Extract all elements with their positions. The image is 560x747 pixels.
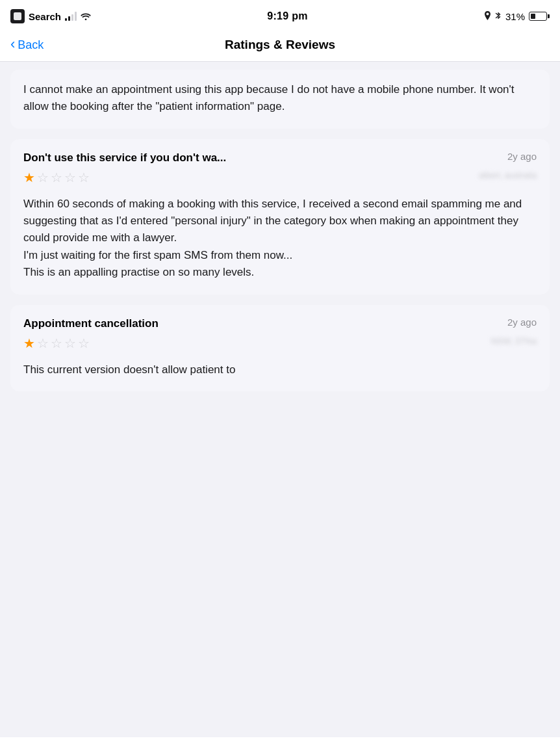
review-title-1: Don't use this service if you don't wa..… xyxy=(23,151,501,165)
review-body-partial: I cannot make an appointment using this … xyxy=(23,81,537,116)
stars-location-row-1: ★ ☆ ☆ ☆ ☆ albert, australia xyxy=(23,170,537,188)
review-card-1: Don't use this service if you don't wa..… xyxy=(10,139,550,295)
status-bar: Search 9:19 pm 31% xyxy=(0,0,560,31)
page-title: Ratings & Reviews xyxy=(225,38,335,52)
stars-location-row-2: ★ ☆ ☆ ☆ ☆ NSW, 37%a xyxy=(23,336,537,354)
back-button[interactable]: ‹ Back xyxy=(10,38,44,52)
svg-rect-0 xyxy=(14,12,21,20)
star-1-1: ★ xyxy=(23,171,35,184)
status-right: 31% xyxy=(484,11,547,22)
battery-indicator xyxy=(529,12,547,21)
bluetooth-icon xyxy=(495,11,502,22)
status-left: Search xyxy=(10,9,91,23)
review-location-2: NSW, 37%a xyxy=(491,336,537,346)
star-2-1: ★ xyxy=(23,337,35,350)
review-stars-2: ★ ☆ ☆ ☆ ☆ xyxy=(23,337,90,350)
location-icon xyxy=(484,11,491,22)
battery-percentage: 31% xyxy=(505,11,525,22)
star-2-4: ☆ xyxy=(64,337,76,350)
back-chevron-icon: ‹ xyxy=(10,37,15,51)
app-icon xyxy=(10,9,25,23)
wifi-icon xyxy=(81,11,91,22)
review-title-2: Appointment cancellation xyxy=(23,317,501,331)
review-time-1: 2y ago xyxy=(507,151,537,162)
review-body-1: Within 60 seconds of making a booking wi… xyxy=(23,196,537,282)
review-card-2: Appointment cancellation 2y ago ★ ☆ ☆ ☆ … xyxy=(10,305,550,391)
battery-fill xyxy=(531,14,535,19)
star-1-4: ☆ xyxy=(64,171,76,184)
status-time: 9:19 pm xyxy=(267,10,308,22)
review-body-2: This current version doesn't allow patie… xyxy=(23,361,537,378)
review-time-2: 2y ago xyxy=(507,317,537,328)
reviews-content: I cannot make an appointment using this … xyxy=(0,62,560,737)
review-stars-1: ★ ☆ ☆ ☆ ☆ xyxy=(23,171,90,184)
review-header-2: Appointment cancellation 2y ago xyxy=(23,317,537,331)
signal-bars xyxy=(65,12,77,21)
star-2-5: ☆ xyxy=(78,337,90,350)
review-location-1: albert, australia xyxy=(479,170,537,180)
app-name-label: Search xyxy=(29,11,61,22)
star-1-3: ☆ xyxy=(51,171,62,184)
star-1-5: ☆ xyxy=(78,171,90,184)
review-header-1: Don't use this service if you don't wa..… xyxy=(23,151,537,165)
nav-bar: ‹ Back Ratings & Reviews xyxy=(0,31,560,62)
star-1-2: ☆ xyxy=(37,171,49,184)
review-card-partial: I cannot make an appointment using this … xyxy=(10,70,550,129)
back-label: Back xyxy=(18,38,44,52)
star-2-3: ☆ xyxy=(51,337,62,350)
star-2-2: ☆ xyxy=(37,337,49,350)
